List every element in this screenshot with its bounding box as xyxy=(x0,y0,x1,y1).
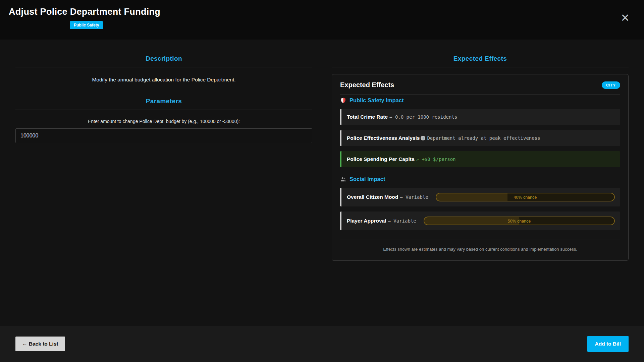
effects-disclaimer: Effects shown are estimates and may vary… xyxy=(340,247,620,252)
description-heading: Description xyxy=(15,55,312,62)
add-to-bill-button[interactable]: Add to Bill xyxy=(587,336,629,352)
effect-row-overall-citizen-mood: Overall Citizen Mood→ Variable40% chance xyxy=(340,188,620,206)
people-icon xyxy=(340,176,346,182)
divider xyxy=(332,67,629,67)
category-badge: Public Safety xyxy=(70,21,103,29)
effect-row-police-spending-per-capita: Police Spending Per Capita↗ +$0 $/person xyxy=(340,151,620,167)
effect-value: → Variable xyxy=(388,218,416,224)
right-column: Expected Effects Expected Effects CITY P… xyxy=(332,51,629,326)
effect-label: Police Effectiveness Analysis xyxy=(347,135,420,141)
scope-badge: CITY xyxy=(602,81,620,89)
divider xyxy=(15,67,312,67)
section-title: Social Impact xyxy=(350,176,385,182)
chance-label: 50% chance xyxy=(424,217,614,225)
close-icon[interactable]: × xyxy=(621,11,629,25)
chance-label: 40% chance xyxy=(436,193,614,201)
divider xyxy=(340,94,620,95)
section-header-public-safety-impact: Public Safety Impact xyxy=(340,97,620,104)
section-title: Public Safety Impact xyxy=(350,97,404,104)
chance-bar: 40% chance xyxy=(436,193,615,201)
effect-value: → 0.0 per 1000 residents xyxy=(389,114,457,120)
expected-effects-heading: Expected Effects xyxy=(332,55,629,62)
amount-input[interactable] xyxy=(15,128,312,143)
effect-label: Player Approval xyxy=(347,218,386,224)
shield-icon xyxy=(340,97,346,104)
effect-label: Overall Citizen Mood xyxy=(347,194,398,200)
description-text: Modify the annual budget allocation for … xyxy=(15,77,312,83)
effect-row-player-approval: Player Approval→ Variable50% chance xyxy=(340,212,620,230)
panel-head: Expected Effects CITY xyxy=(340,81,620,89)
amount-input-label: Enter amount to change Police Dept. budg… xyxy=(15,119,312,124)
effect-row-police-effectiveness-analysis: Police Effectiveness AnalysisiDepartment… xyxy=(340,130,620,146)
effect-row-total-crime-rate: Total Crime Rate→ 0.0 per 1000 residents xyxy=(340,109,620,125)
modal-header: Adjust Police Department Funding Public … xyxy=(0,0,644,40)
section-header-social-impact: Social Impact xyxy=(340,176,620,182)
effect-label: Total Crime Rate xyxy=(347,114,388,120)
divider xyxy=(340,240,620,240)
modal-body: Description Modify the annual budget all… xyxy=(0,40,644,326)
left-column: Description Modify the annual budget all… xyxy=(15,51,312,326)
effects-sections: Public Safety ImpactTotal Crime Rate→ 0.… xyxy=(340,97,620,230)
divider xyxy=(15,110,312,110)
chance-bar: 50% chance xyxy=(424,217,615,225)
effect-value: Department already at peak effectiveness xyxy=(427,135,540,141)
effect-label: Police Spending Per Capita xyxy=(347,156,415,162)
modal-footer: ← Back to List Add to Bill xyxy=(0,326,644,362)
panel-title: Expected Effects xyxy=(340,81,394,89)
expected-effects-panel: Expected Effects CITY Public Safety Impa… xyxy=(332,74,629,261)
effect-value: ↗ +$0 $/person xyxy=(416,157,456,162)
effect-value: → Variable xyxy=(400,194,428,200)
back-to-list-button[interactable]: ← Back to List xyxy=(15,337,65,351)
parameters-heading: Parameters xyxy=(15,98,312,105)
page-title: Adjust Police Department Funding xyxy=(9,7,635,17)
info-icon: i xyxy=(421,136,425,140)
